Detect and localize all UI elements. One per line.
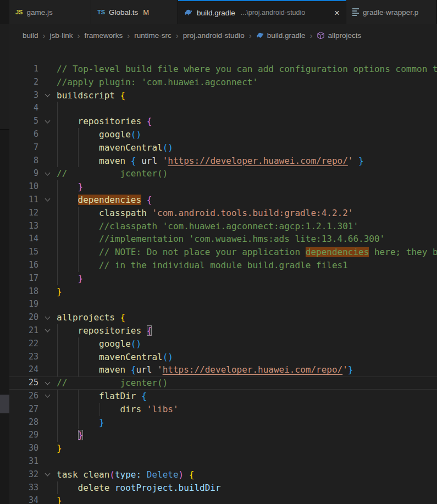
line-number[interactable]: 1 — [9, 63, 38, 76]
code-line[interactable]: 15 // NOTE: Do not place your applicatio… — [9, 246, 437, 259]
code-text[interactable]: // Top-level build file where you can ad… — [57, 63, 437, 76]
line-number[interactable]: 6 — [9, 128, 38, 141]
code-line[interactable]: 33 delete rootProject.buildDir — [9, 481, 437, 495]
tab-global-ts[interactable]: TS Global.ts M — [91, 0, 178, 24]
code-text[interactable]: } — [57, 442, 437, 455]
line-number[interactable]: 16 — [9, 259, 38, 272]
fold-chevron-icon[interactable] — [38, 89, 57, 102]
code-line[interactable]: 6 google() — [9, 128, 437, 141]
code-text[interactable]: buildscript { — [57, 89, 437, 102]
line-number[interactable]: 23 — [9, 351, 38, 364]
line-number[interactable]: 19 — [9, 298, 38, 311]
code-line[interactable]: 17 } — [9, 272, 437, 285]
line-number[interactable]: 11 — [9, 193, 38, 207]
code-text[interactable]: } — [57, 180, 437, 193]
line-number[interactable]: 29 — [9, 429, 38, 442]
code-line[interactable]: 12 classpath 'com.android.tools.build:gr… — [9, 207, 437, 220]
tab-gradle-wrapper[interactable]: gradle-wrapper.p — [346, 0, 437, 24]
code-line[interactable]: 29 } — [9, 429, 437, 442]
code-text[interactable]: // in the individual module build.gradle… — [57, 259, 437, 272]
fold-chevron-icon[interactable] — [38, 390, 57, 403]
line-number[interactable]: 28 — [9, 416, 38, 429]
code-text[interactable]: google() — [57, 337, 437, 351]
line-number[interactable]: 27 — [9, 403, 38, 416]
code-text[interactable]: maven { url 'https://developer.huawei.co… — [57, 154, 437, 168]
code-text[interactable] — [57, 298, 437, 311]
code-text[interactable]: google() — [57, 128, 437, 141]
code-text[interactable]: // jcenter() — [57, 167, 437, 180]
code-line[interactable]: 31 — [9, 455, 437, 468]
line-number[interactable]: 22 — [9, 337, 38, 351]
left-panel-scrollbar-thumb[interactable] — [0, 395, 9, 413]
code-text[interactable]: } — [57, 494, 437, 504]
breadcrumb-item[interactable]: jsb-link — [50, 31, 73, 40]
code-line[interactable]: 7 mavenCentral() — [9, 141, 437, 154]
code-line[interactable]: 18} — [9, 285, 437, 298]
code-text[interactable]: // NOTE: Do not place your application d… — [57, 246, 437, 259]
code-line[interactable]: 21 repositories { — [9, 324, 437, 337]
fold-chevron-icon[interactable] — [38, 468, 57, 481]
code-text[interactable]: dirs 'libs' — [57, 403, 437, 416]
line-number[interactable]: 25 — [9, 376, 38, 390]
code-text[interactable]: classpath 'com.android.tools.build:gradl… — [57, 207, 437, 220]
line-number[interactable]: 8 — [9, 154, 38, 168]
code-text[interactable] — [57, 455, 437, 468]
code-text[interactable]: //apply plugin: 'com.huawei.agconnect' — [57, 76, 437, 89]
fold-chevron-icon[interactable] — [38, 324, 57, 337]
code-text[interactable]: allprojects { — [57, 311, 437, 324]
code-text[interactable]: repositories { — [57, 324, 437, 337]
code-line[interactable]: 14 //implementation 'com.wuawei.hms:ads … — [9, 232, 437, 246]
tab-build-gradle[interactable]: build.gradle ...\proj.android-studio × — [178, 0, 346, 24]
code-line[interactable]: 10 } — [9, 180, 437, 193]
code-text[interactable]: //implementation 'com.wuawei.hms:ads lit… — [57, 232, 437, 246]
code-line[interactable]: 24 maven {url 'https://developer.huawei.… — [9, 363, 437, 376]
line-number[interactable]: 34 — [9, 494, 38, 504]
line-number[interactable]: 10 — [9, 180, 38, 193]
code-line[interactable]: 1// Top-level build file where you can a… — [9, 63, 437, 76]
breadcrumb-item-symbol[interactable]: allprojects — [317, 31, 361, 40]
code-line[interactable]: 30} — [9, 442, 437, 455]
code-line[interactable]: 3buildscript { — [9, 89, 437, 102]
line-number[interactable]: 20 — [9, 311, 38, 324]
line-number[interactable]: 15 — [9, 246, 38, 259]
code-line[interactable]: 9// jcenter() — [9, 167, 437, 180]
line-number[interactable]: 17 — [9, 272, 38, 285]
code-text[interactable]: repositories { — [57, 115, 437, 128]
code-text[interactable]: mavenCentral() — [57, 141, 437, 154]
code-text[interactable]: } — [57, 285, 437, 298]
code-line[interactable]: 25// jcenter() — [9, 376, 437, 390]
code-line[interactable]: 5 repositories { — [9, 115, 437, 128]
fold-chevron-icon[interactable] — [38, 311, 57, 324]
line-number[interactable]: 3 — [9, 89, 38, 102]
line-number[interactable]: 13 — [9, 220, 38, 233]
close-icon[interactable]: × — [334, 8, 340, 18]
code-text[interactable]: dependencies { — [57, 193, 437, 207]
code-text[interactable] — [57, 102, 437, 115]
code-line[interactable]: 4 — [9, 102, 437, 115]
code-line[interactable]: 23 mavenCentral() — [9, 351, 437, 364]
line-number[interactable]: 26 — [9, 390, 38, 403]
fold-chevron-icon[interactable] — [38, 193, 57, 207]
breadcrumb-item[interactable]: frameworks — [85, 31, 123, 40]
fold-chevron-icon[interactable] — [38, 115, 57, 128]
code-text[interactable]: } — [57, 416, 437, 429]
code-line[interactable]: 2//apply plugin: 'com.huawei.agconnect' — [9, 76, 437, 89]
code-line[interactable]: 28 } — [9, 416, 437, 429]
code-line[interactable]: 20allprojects { — [9, 311, 437, 324]
fold-chevron-icon[interactable] — [38, 167, 57, 180]
line-number[interactable]: 32 — [9, 468, 38, 481]
code-text[interactable]: //classpath 'com.huawei.agconnect:agcp:1… — [57, 220, 437, 233]
code-line[interactable]: 27 dirs 'libs' — [9, 403, 437, 416]
line-number[interactable]: 21 — [9, 324, 38, 337]
line-number[interactable]: 5 — [9, 115, 38, 128]
code-text[interactable]: mavenCentral() — [57, 351, 437, 364]
code-line[interactable]: 11 dependencies { — [9, 193, 437, 207]
code-line[interactable]: 16 // in the individual module build.gra… — [9, 259, 437, 272]
code-text[interactable]: delete rootProject.buildDir — [57, 481, 437, 495]
code-line[interactable]: 26 flatDir { — [9, 390, 437, 403]
code-line[interactable]: 22 google() — [9, 337, 437, 351]
code-text[interactable]: } — [57, 429, 437, 442]
code-line[interactable]: 32task clean(type: Delete) { — [9, 468, 437, 481]
code-text[interactable]: task clean(type: Delete) { — [57, 468, 437, 481]
code-text[interactable]: } — [57, 272, 437, 285]
